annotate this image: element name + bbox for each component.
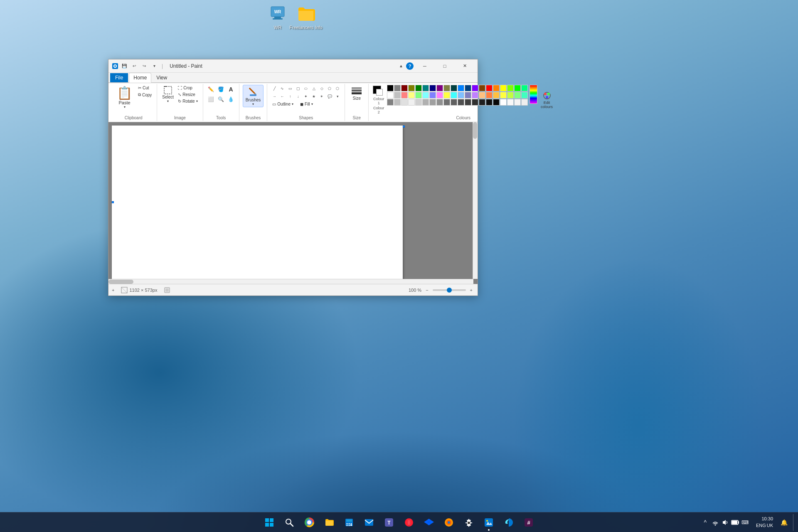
collapse-ribbon-btn[interactable]: ▲ [397, 62, 405, 70]
eyedropper-btn[interactable]: 💧 [227, 95, 236, 104]
customize-quick-btn[interactable]: ▾ [150, 62, 158, 70]
colour-e7[interactable] [429, 99, 436, 106]
resize-handle-bottom-left[interactable] [112, 201, 114, 203]
text-btn[interactable]: A [227, 85, 236, 94]
colour-e16[interactable] [493, 99, 500, 106]
edge-button[interactable] [500, 513, 518, 532]
explorer-button[interactable] [320, 513, 338, 532]
colour-e18[interactable] [507, 99, 514, 106]
colour-white[interactable] [387, 92, 394, 99]
colour-e4[interactable] [408, 99, 415, 106]
settings-button[interactable] [460, 513, 478, 532]
show-desktop-btn[interactable] [793, 514, 795, 531]
resize-btn[interactable]: ⤡ Resize [176, 91, 199, 98]
edit-colours-btn[interactable]: Edit colours [539, 85, 555, 115]
magnify-btn[interactable]: 🔍 [217, 95, 226, 104]
canvas-scrollbar-v[interactable] [473, 122, 478, 279]
canvas-scrollbar-h[interactable] [108, 279, 473, 284]
colour-yllow2[interactable] [443, 92, 450, 99]
firefox-button[interactable] [440, 513, 458, 532]
colour-lyellow[interactable] [408, 92, 415, 99]
scroll-thumb-h[interactable] [108, 280, 133, 284]
dropbox-button[interactable] [420, 513, 438, 532]
tab-file[interactable]: File [110, 73, 128, 82]
select-btn[interactable]: Select ▾ [160, 85, 175, 104]
colour-e8[interactable] [436, 99, 443, 106]
colour-blgray[interactable] [465, 92, 471, 99]
save-quick-btn[interactable]: 💾 [120, 62, 128, 70]
colour-e2[interactable] [394, 99, 401, 106]
colour-violet[interactable] [472, 85, 478, 91]
zoom-thumb[interactable] [447, 288, 452, 293]
zoom-plus-btn[interactable]: + [468, 288, 474, 293]
colour-e13[interactable] [472, 99, 478, 106]
colour-orange[interactable] [493, 85, 500, 91]
colour-e17[interactable] [500, 99, 507, 106]
colour1-selector[interactable] [372, 85, 384, 96]
colour-skyblue[interactable] [458, 92, 464, 99]
colour-yellow[interactable] [500, 85, 507, 91]
undo-quick-btn[interactable]: ↩ [130, 62, 138, 70]
rotate-btn[interactable]: ↻ Rotate ▾ [176, 98, 199, 104]
zoom-slider[interactable] [433, 289, 466, 291]
redo-quick-btn[interactable]: ↪ [140, 62, 148, 70]
colour-yellow-g[interactable] [507, 92, 514, 99]
colour-azure[interactable] [458, 85, 464, 91]
close-btn[interactable]: ✕ [455, 59, 474, 73]
colour-e1[interactable] [387, 99, 394, 106]
colour-mint[interactable] [521, 85, 528, 91]
callout-shape-btn[interactable]: 💬 [326, 93, 333, 100]
colour-lviolet[interactable] [472, 92, 478, 99]
colour-teal[interactable] [422, 85, 429, 91]
paint-canvas[interactable] [112, 126, 403, 279]
eraser-btn[interactable]: ⬜ [207, 95, 216, 104]
ellipse-shape-btn[interactable]: ⬭ [302, 85, 310, 92]
colour-peach[interactable] [479, 92, 485, 99]
colour-e9[interactable] [443, 99, 450, 106]
colour-yellow-dark[interactable] [443, 85, 450, 91]
colour-lpink[interactable] [436, 92, 443, 99]
colour-e19[interactable] [514, 99, 521, 106]
canvas-container[interactable] [108, 122, 478, 284]
zoom-minus-btn[interactable]: − [424, 288, 430, 293]
copy-btn[interactable]: ⧉ Copy [136, 91, 153, 98]
colour-black[interactable] [387, 85, 394, 91]
scroll-thumb-v[interactable] [473, 122, 477, 139]
colour-dgray[interactable] [394, 85, 401, 91]
colour-dark-teal[interactable] [451, 85, 457, 91]
notification-icon[interactable]: 🔔 [780, 518, 788, 527]
slack-button[interactable]: # [520, 513, 538, 532]
colour-dblue2[interactable] [465, 85, 471, 91]
colour-e15[interactable] [486, 99, 493, 106]
hexagon-shape-btn[interactable]: ⬡ [334, 85, 341, 92]
maximize-btn[interactable]: □ [435, 59, 454, 73]
pencil-btn[interactable]: ✏️ [207, 85, 216, 94]
colour-gold[interactable] [493, 92, 500, 99]
colour-lgreen[interactable] [507, 85, 514, 91]
roundrect-shape-btn[interactable]: ▢ [294, 85, 302, 92]
colour-cyan2[interactable] [451, 92, 457, 99]
colour-e14[interactable] [479, 99, 485, 106]
colour-brown[interactable] [479, 85, 485, 91]
colour-e12[interactable] [465, 99, 471, 106]
uarrow-shape-btn[interactable]: ↑ [286, 93, 294, 100]
darrow-shape-btn[interactable]: ↓ [294, 93, 302, 100]
paint-taskbar-button[interactable] [480, 513, 498, 532]
rainbow-swatch[interactable] [530, 85, 537, 104]
colour-teal2[interactable] [521, 92, 528, 99]
crop-btn[interactable]: ⛶ Crop [176, 85, 199, 91]
help-btn[interactable]: ? [406, 62, 414, 70]
curve-shape-btn[interactable]: ∿ [278, 85, 286, 92]
star4-shape-btn[interactable]: ✦ [302, 93, 310, 100]
outline-btn[interactable]: ▭ Outline ▾ [271, 101, 295, 107]
colour-e3[interactable] [401, 99, 408, 106]
colour-e10[interactable] [451, 99, 457, 106]
tray-battery-icon[interactable] [731, 518, 739, 527]
colour-olive[interactable] [408, 85, 415, 91]
colour-e5[interactable] [415, 99, 422, 106]
colour-dgreen[interactable] [415, 85, 422, 91]
cut-btn[interactable]: ✂ Cut [136, 85, 153, 91]
colour-kyellow[interactable] [500, 92, 507, 99]
colour-green[interactable] [514, 85, 521, 91]
rect-shape-btn[interactable]: ▭ [286, 85, 294, 92]
